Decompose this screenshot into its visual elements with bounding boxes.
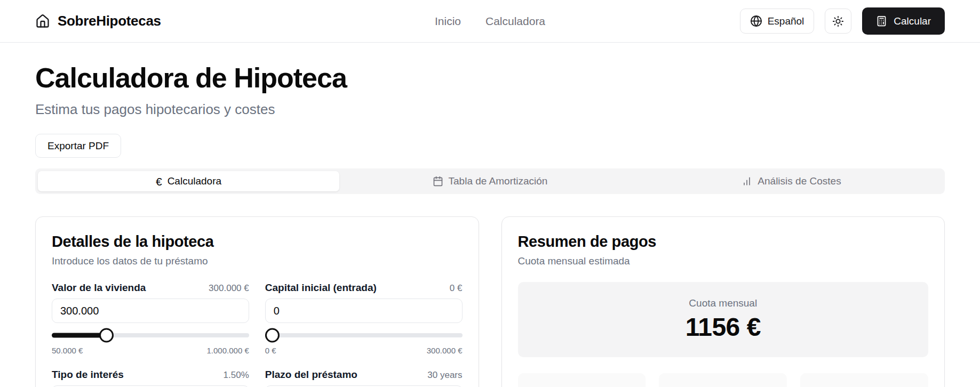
tab-tabla-amortizacion[interactable]: Tabla de Amortización (339, 171, 641, 191)
tab-bar: € Calculadora Tabla de Amortización (35, 168, 945, 194)
slider-thumb[interactable] (265, 328, 280, 342)
language-button[interactable]: Español (740, 9, 815, 34)
nav-link-calculadora[interactable]: Calculadora (485, 15, 545, 28)
calculate-button[interactable]: Calcular (862, 7, 945, 35)
field-down-payment: Capital inicial (entrada) 0 € 0 € 300.00… (265, 282, 463, 355)
home-value-input[interactable] (52, 299, 249, 323)
details-card-subtitle: Introduce los datos de tu préstamo (52, 255, 463, 267)
calculator-icon (876, 15, 887, 27)
summary-stat-box (518, 373, 646, 387)
monthly-payment-value: 1156 € (686, 312, 761, 342)
field-interest-rate: Tipo de interés 1.50% (52, 369, 249, 387)
field-current-value: 30 years (427, 370, 462, 381)
down-payment-input[interactable] (265, 299, 463, 323)
tab-analisis-costes[interactable]: Análisis de Costes (641, 171, 942, 191)
calendar-icon (433, 176, 443, 187)
summary-card-title: Resumen de pagos (518, 233, 929, 251)
main-nav: Inicio Calculadora (435, 15, 545, 28)
slider-max-label: 1.000.000 € (207, 346, 249, 355)
payment-summary-card: Resumen de pagos Cuota mensual estimada … (501, 216, 945, 387)
details-card-title: Detalles de la hipoteca (52, 233, 463, 251)
field-label: Plazo del préstamo (265, 369, 357, 381)
field-loan-term: Plazo del préstamo 30 years (265, 369, 463, 387)
sun-icon (832, 15, 844, 27)
calculate-button-label: Calcular (894, 15, 931, 27)
slider-max-label: 300.000 € (427, 346, 463, 355)
theme-toggle-button[interactable] (825, 9, 851, 34)
details-fields: Valor de la vivienda 300.000 € 50.000 € … (52, 282, 463, 387)
slider-thumb[interactable] (99, 328, 114, 342)
summary-stat-boxes (518, 373, 929, 387)
field-label: Capital inicial (entrada) (265, 282, 377, 294)
language-button-label: Español (768, 15, 804, 27)
main-content: Calculadora de Hipoteca Estima tus pagos… (0, 62, 980, 387)
field-label: Valor de la vivienda (52, 282, 146, 294)
page-title: Calculadora de Hipoteca (35, 62, 945, 94)
slider-min-label: 0 € (265, 346, 276, 355)
bar-chart-icon (742, 176, 752, 187)
top-navbar: SobreHipotecas Inicio Calculadora Españo… (0, 0, 980, 43)
globe-icon (750, 15, 762, 27)
monthly-payment-label: Cuota mensual (689, 297, 757, 309)
page-subtitle: Estima tus pagos hipotecarios y costes (35, 101, 945, 118)
field-label: Tipo de interés (52, 369, 124, 381)
field-current-value: 0 € (450, 283, 463, 294)
tab-label: Calculadora (168, 175, 221, 187)
nav-link-inicio[interactable]: Inicio (435, 15, 461, 28)
header-actions: Español Calcular (545, 7, 945, 35)
summary-stat-box (659, 373, 787, 387)
down-payment-slider[interactable] (265, 328, 463, 342)
euro-icon: € (156, 176, 162, 187)
field-home-value: Valor de la vivienda 300.000 € 50.000 € … (52, 282, 249, 355)
house-icon (35, 14, 50, 29)
tab-calculadora[interactable]: € Calculadora (38, 171, 339, 191)
home-value-slider[interactable] (52, 328, 249, 342)
mortgage-details-card: Detalles de la hipoteca Introduce los da… (35, 216, 479, 387)
tab-label: Tabla de Amortización (449, 175, 548, 187)
slider-track[interactable] (265, 333, 463, 337)
brand-name: SobreHipotecas (58, 13, 161, 29)
field-current-value: 1.50% (224, 370, 249, 381)
summary-stat-box (800, 373, 928, 387)
export-pdf-button[interactable]: Exportar PDF (35, 134, 121, 158)
summary-card-subtitle: Cuota mensual estimada (518, 255, 929, 267)
slider-min-label: 50.000 € (52, 346, 83, 355)
monthly-payment-box: Cuota mensual 1156 € (518, 282, 929, 357)
field-current-value: 300.000 € (209, 283, 249, 294)
tab-label: Análisis de Costes (758, 175, 841, 187)
brand[interactable]: SobreHipotecas (35, 13, 435, 29)
cards-row: Detalles de la hipoteca Introduce los da… (35, 216, 945, 387)
